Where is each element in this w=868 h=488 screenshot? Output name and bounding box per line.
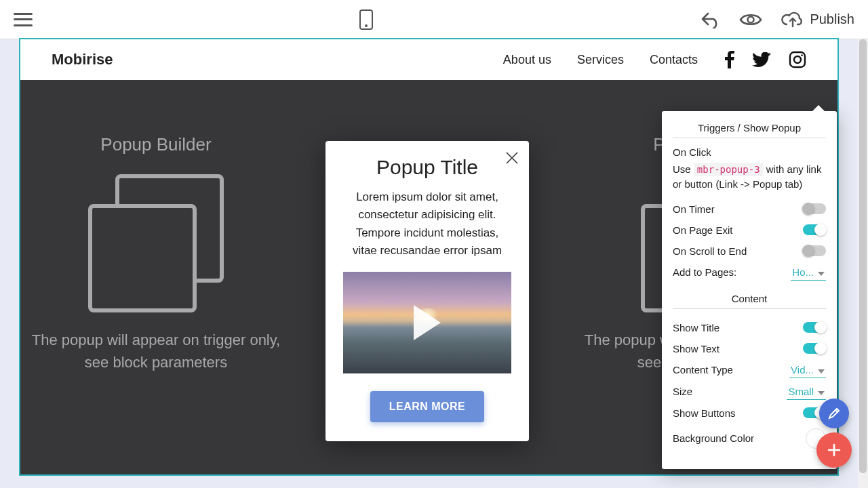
popup-title[interactable]: Popup Title	[343, 156, 511, 179]
play-icon[interactable]	[414, 305, 441, 340]
facebook-icon[interactable]	[725, 51, 734, 68]
on-click-help: Use mbr-popup-3 with any link or button …	[673, 162, 826, 192]
svg-point-3	[801, 54, 803, 56]
on-scroll-end-toggle[interactable]	[803, 245, 826, 256]
content-type-label: Content Type	[673, 364, 733, 375]
close-icon[interactable]	[505, 150, 519, 168]
preview-icon[interactable]	[739, 12, 762, 27]
show-text-label: Show Text	[673, 343, 719, 354]
add-block-fab[interactable]	[816, 432, 852, 468]
section-triggers-title: Triggers / Show Popup	[673, 122, 826, 134]
on-timer-toggle[interactable]	[803, 203, 826, 214]
block-settings-panel: Triggers / Show Popup On Click Use mbr-p…	[662, 111, 837, 469]
svg-rect-1	[790, 52, 805, 67]
nav-link-services[interactable]: Services	[577, 53, 624, 67]
mobile-preview-icon[interactable]	[359, 9, 373, 30]
section-content-title: Content	[673, 293, 826, 304]
page-scrollbar[interactable]	[858, 39, 868, 488]
publish-button[interactable]: Publish	[781, 12, 854, 28]
on-page-exit-label: On Page Exit	[673, 224, 732, 236]
show-buttons-label: Show Buttons	[673, 407, 736, 419]
edit-fab[interactable]	[819, 399, 849, 428]
add-to-pages-select[interactable]: Ho...	[791, 265, 826, 281]
bg-color-label: Background Color	[673, 432, 754, 444]
popup-video[interactable]	[343, 272, 511, 373]
svg-point-2	[794, 56, 801, 63]
settings-scroll[interactable]: Triggers / Show Popup On Click Use mbr-p…	[662, 111, 837, 469]
add-to-pages-label: Add to Pages:	[673, 266, 736, 278]
on-scroll-end-label: On Scroll to End	[673, 245, 747, 257]
popup-preview: Popup Title Lorem ipsum dolor sit amet, …	[326, 141, 529, 441]
builder-help-text: The popup will appear on trigger only,se…	[32, 329, 280, 373]
on-click-label: On Click	[673, 146, 826, 158]
show-text-toggle[interactable]	[803, 343, 826, 354]
twitter-icon[interactable]	[752, 52, 771, 67]
svg-point-0	[748, 16, 754, 22]
menu-icon[interactable]	[14, 13, 33, 26]
site-brand[interactable]: Mobirise	[52, 51, 113, 68]
show-title-label: Show Title	[673, 322, 719, 333]
popup-id-code: mbr-popup-3	[694, 163, 764, 176]
builder-placeholder-left: Popup Builder The popup will appear on t…	[20, 80, 292, 474]
undo-icon[interactable]	[700, 11, 720, 28]
app-toolbar: Publish	[0, 0, 868, 39]
nav-link-about[interactable]: About us	[503, 53, 551, 67]
plus-icon	[826, 442, 842, 458]
size-label: Size	[673, 386, 692, 397]
content-type-select[interactable]: Vid...	[789, 363, 826, 378]
publish-label: Publish	[810, 12, 854, 27]
popup-text[interactable]: Lorem ipsum dolor sit amet, consectetur …	[343, 188, 511, 260]
site-navbar: Mobirise About us Services Contacts	[20, 39, 837, 80]
cloud-upload-icon	[781, 12, 804, 28]
builder-stack-icon	[88, 174, 224, 310]
learn-more-button[interactable]: LEARN MORE	[370, 391, 485, 422]
on-page-exit-toggle[interactable]	[803, 224, 826, 235]
show-title-toggle[interactable]	[803, 322, 826, 333]
size-select[interactable]: Small	[787, 384, 826, 400]
builder-title: Popup Builder	[100, 134, 211, 155]
instagram-icon[interactable]	[789, 51, 806, 68]
pencil-icon	[827, 407, 841, 420]
on-timer-label: On Timer	[673, 203, 715, 215]
nav-link-contacts[interactable]: Contacts	[650, 53, 698, 67]
